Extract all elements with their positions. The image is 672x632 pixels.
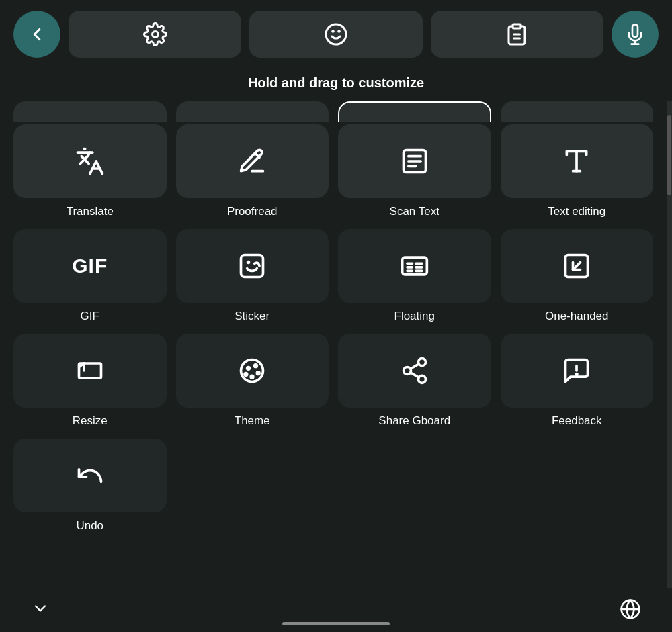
gif-item[interactable]: GIF GIF [13,229,167,323]
share-gboard-card[interactable] [338,334,491,408]
text-editing-card[interactable] [501,124,654,198]
scan-text-card[interactable] [338,124,491,198]
gif-card[interactable]: GIF [13,229,167,303]
globe-button[interactable] [609,594,652,627]
undo-label: Undo [76,519,103,533]
svg-line-35 [410,373,419,377]
back-button[interactable] [13,11,60,58]
home-indicator [282,622,390,625]
svg-point-29 [256,371,261,375]
gif-label: GIF [81,310,99,323]
one-handed-card[interactable] [501,229,654,303]
translate-card[interactable] [13,124,167,198]
svg-point-0 [152,32,158,38]
undo-card[interactable] [13,439,167,512]
clipboard-button[interactable] [431,11,603,58]
floating-card[interactable] [338,229,491,303]
svg-point-28 [253,363,258,368]
partial-card-1 [13,101,167,122]
resize-item[interactable]: Resize [13,334,167,428]
top-bar [0,0,672,69]
grid-area: Translate Proofread [0,101,667,588]
theme-item[interactable]: Theme [176,334,329,428]
sticker-label: Sticker [235,310,269,323]
bottom-bar-inner [20,594,652,627]
mic-button[interactable] [612,11,659,58]
instruction-text: Hold and drag to customize [0,69,672,101]
settings-button[interactable] [69,11,241,58]
row-2: GIF GIF Sticker [13,229,653,323]
resize-card[interactable] [13,334,167,408]
sticker-card[interactable] [176,229,329,303]
gif-text: GIF [72,255,108,277]
svg-point-30 [250,375,255,379]
resize-label: Resize [73,414,108,428]
translate-item[interactable]: Translate [13,124,167,218]
share-gboard-item[interactable]: Share Gboard [338,334,491,428]
proofread-card[interactable] [176,124,329,198]
svg-rect-17 [402,257,427,275]
svg-rect-4 [513,24,521,28]
feedback-card[interactable] [501,334,654,408]
translate-label: Translate [67,205,114,218]
main-content: Translate Proofread [0,101,672,588]
feedback-label: Feedback [552,414,602,428]
feedback-item[interactable]: Feedback [501,334,654,428]
proofread-label: Proofread [227,205,278,218]
partial-row [13,101,653,122]
svg-point-1 [326,24,346,44]
partial-card-2 [176,101,329,122]
partial-card-3 [338,101,491,122]
one-handed-label: One-handed [545,310,609,323]
chevron-down-button[interactable] [20,595,60,626]
scrollbar-track[interactable] [667,101,672,588]
svg-point-16 [247,261,251,265]
scrollbar-thumb[interactable] [667,115,671,195]
text-editing-label: Text editing [548,205,605,218]
sticker-item[interactable]: Sticker [176,229,329,323]
text-editing-item[interactable]: Text editing [501,124,654,218]
theme-label: Theme [235,414,270,428]
row-4: Undo [13,439,653,533]
floating-label: Floating [394,310,435,323]
svg-point-27 [246,366,251,371]
svg-line-36 [410,364,419,369]
floating-item[interactable]: Floating [338,229,491,323]
row-3: Resize Theme [13,334,653,428]
partial-card-4 [501,101,654,122]
scan-text-item[interactable]: Scan Text [338,124,491,218]
theme-card[interactable] [176,334,329,408]
proofread-item[interactable]: Proofread [176,124,329,218]
scan-text-label: Scan Text [390,205,439,218]
bottom-bar [0,588,672,632]
undo-item[interactable]: Undo [13,439,167,533]
one-handed-item[interactable]: One-handed [501,229,654,323]
share-gboard-label: Share Gboard [378,414,450,428]
svg-point-31 [243,372,248,377]
row-1: Translate Proofread [13,124,653,218]
emoji-button[interactable] [249,11,422,58]
